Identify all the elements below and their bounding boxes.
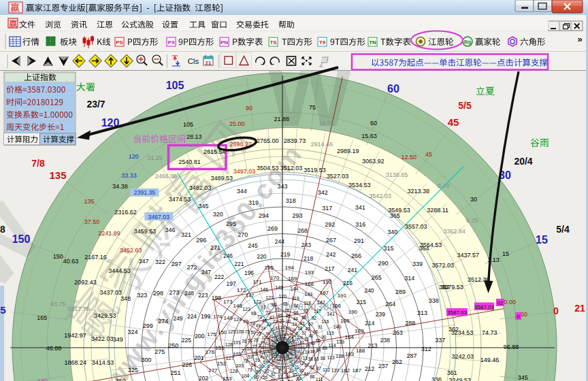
svg-text:3459.53: 3459.53 xyxy=(134,228,157,235)
svg-text:75: 75 xyxy=(245,329,250,334)
svg-text:2839.73: 2839.73 xyxy=(284,137,306,144)
svg-text:9.38: 9.38 xyxy=(438,182,450,189)
svg-text:297: 297 xyxy=(172,261,182,267)
svg-text:T9: T9 xyxy=(319,39,326,46)
svg-text:»: » xyxy=(577,34,582,44)
svg-text:341: 341 xyxy=(355,204,365,211)
svg-text:45: 45 xyxy=(286,314,291,318)
svg-text:321: 321 xyxy=(181,231,191,238)
svg-text:34.38: 34.38 xyxy=(112,183,128,190)
svg-text:46.88: 46.88 xyxy=(46,345,62,352)
svg-text:56: 56 xyxy=(275,365,279,369)
svg-text:101: 101 xyxy=(233,340,241,345)
svg-text:3437.57: 3437.57 xyxy=(457,252,479,259)
svg-text:320: 320 xyxy=(213,211,223,218)
svg-text:313: 313 xyxy=(417,310,427,316)
svg-text:1868.24: 1868.24 xyxy=(65,359,87,366)
svg-text:250: 250 xyxy=(168,342,178,349)
svg-text:124: 124 xyxy=(233,317,242,322)
svg-text:43.75: 43.75 xyxy=(50,301,66,308)
svg-text:189: 189 xyxy=(355,328,364,334)
svg-text:3557.03: 3557.03 xyxy=(405,223,427,230)
svg-text:TN: TN xyxy=(369,39,376,46)
svg-text:24: 24 xyxy=(261,326,266,331)
svg-text:60: 60 xyxy=(370,120,377,127)
svg-text:111: 111 xyxy=(316,377,323,381)
svg-text:36: 36 xyxy=(297,346,301,350)
svg-text:337: 337 xyxy=(435,337,445,344)
svg-text:220: 220 xyxy=(257,253,266,260)
svg-text:295: 295 xyxy=(226,220,236,227)
svg-text:361: 361 xyxy=(447,369,457,376)
svg-text:2391.35: 2391.35 xyxy=(134,189,156,196)
svg-text:105: 105 xyxy=(279,366,285,370)
svg-text:194: 194 xyxy=(285,265,295,271)
svg-text:135: 135 xyxy=(84,198,95,205)
svg-text:274: 274 xyxy=(158,318,168,325)
svg-text:3587.03: 3587.03 xyxy=(474,304,494,310)
svg-text:3587.03: 3587.03 xyxy=(447,310,467,316)
svg-text:241: 241 xyxy=(348,267,357,274)
svg-text:105: 105 xyxy=(183,121,193,128)
svg-text:3542.03: 3542.03 xyxy=(369,193,391,199)
svg-text:28: 28 xyxy=(252,352,258,357)
svg-text:120: 120 xyxy=(278,294,287,299)
svg-text:18: 18 xyxy=(297,326,303,331)
svg-text:222: 222 xyxy=(214,274,224,280)
svg-text:75: 75 xyxy=(309,104,316,111)
svg-text:299: 299 xyxy=(143,322,153,329)
svg-text:90: 90 xyxy=(246,105,252,112)
svg-text:76: 76 xyxy=(242,339,247,344)
svg-text:3213.38: 3213.38 xyxy=(407,188,429,195)
svg-text:68: 68 xyxy=(301,315,307,320)
svg-text:165: 165 xyxy=(340,318,350,324)
svg-text:316: 316 xyxy=(355,221,365,228)
svg-text:132: 132 xyxy=(289,348,295,352)
svg-text:141: 141 xyxy=(327,312,335,316)
svg-text:288: 288 xyxy=(405,320,415,327)
svg-text:340: 340 xyxy=(387,229,397,235)
svg-text:165: 165 xyxy=(37,314,47,321)
svg-text:86: 86 xyxy=(310,374,315,379)
svg-text:126: 126 xyxy=(225,342,233,347)
svg-text:171: 171 xyxy=(252,279,262,285)
svg-text:188: 188 xyxy=(356,348,365,354)
svg-text:15.63: 15.63 xyxy=(361,133,377,139)
svg-text:2092.43: 2092.43 xyxy=(74,279,97,286)
svg-text:27: 27 xyxy=(252,344,258,349)
svg-text:13: 13 xyxy=(303,356,308,361)
svg-text:300: 300 xyxy=(141,357,151,363)
svg-text:317: 317 xyxy=(322,205,332,212)
svg-text:343: 343 xyxy=(277,183,287,190)
svg-text:3249.53: 3249.53 xyxy=(448,377,471,381)
svg-text:6.25: 6.25 xyxy=(466,217,478,224)
svg-text:275: 275 xyxy=(154,348,165,355)
svg-text:125: 125 xyxy=(228,329,236,334)
svg-text:78: 78 xyxy=(243,359,248,363)
svg-text:25.00: 25.00 xyxy=(229,120,245,127)
svg-text:223: 223 xyxy=(198,292,208,299)
svg-text:64: 64 xyxy=(316,348,321,352)
svg-text:77: 77 xyxy=(241,348,246,353)
svg-text:14: 14 xyxy=(305,350,310,354)
svg-text:40.63: 40.63 xyxy=(63,258,79,265)
svg-text:298: 298 xyxy=(153,290,163,297)
svg-text:98: 98 xyxy=(251,311,257,316)
svg-text:173: 173 xyxy=(223,299,233,305)
svg-text:142: 142 xyxy=(317,300,325,305)
svg-text:294: 294 xyxy=(259,212,269,219)
svg-text:166: 166 xyxy=(332,303,342,309)
svg-text:344: 344 xyxy=(237,188,247,195)
svg-text:187: 187 xyxy=(353,367,362,374)
svg-text:28.13: 28.13 xyxy=(186,133,202,140)
svg-text:2540.81: 2540.81 xyxy=(178,159,201,165)
svg-text:162: 162 xyxy=(341,367,350,374)
svg-text:180: 180 xyxy=(37,378,48,381)
svg-text:347: 347 xyxy=(138,258,148,265)
svg-text:26: 26 xyxy=(253,337,259,342)
svg-text:53: 53 xyxy=(248,354,253,359)
svg-text:3437.03: 3437.03 xyxy=(99,289,122,296)
svg-text:0: 0 xyxy=(553,305,559,316)
svg-text:248: 248 xyxy=(184,290,194,297)
svg-text:267: 267 xyxy=(326,237,336,244)
